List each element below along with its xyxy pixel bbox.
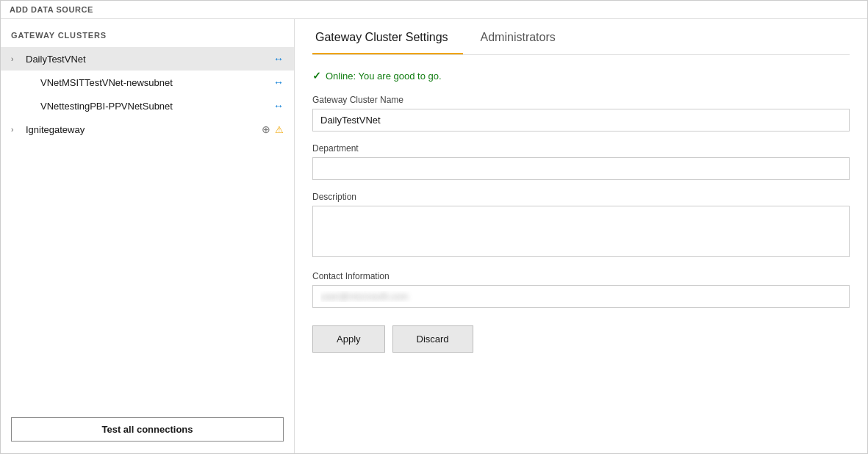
cluster-name-label: Ignitegateway [26, 124, 257, 135]
cluster-list: ›DailyTestVNet↔VNetMSITTestVNet-newsubne… [1, 47, 294, 404]
field-input-cluster-name[interactable] [312, 109, 850, 131]
form-group-department: Department [312, 143, 850, 180]
form-fields: Gateway Cluster NameDepartmentDescriptio… [312, 95, 850, 320]
tab-settings[interactable]: Gateway Cluster Settings [312, 19, 463, 54]
cluster-name-label: VNettestingPBI-PPVNetSubnet [40, 101, 269, 112]
gateway-clusters-label: GATEWAY CLUSTERS [1, 31, 294, 47]
form-group-description: Description [312, 192, 850, 259]
left-panel: GATEWAY CLUSTERS ›DailyTestVNet↔VNetMSIT… [1, 19, 295, 453]
warning-icon: ⚠ [275, 124, 284, 135]
tabs: Gateway Cluster SettingsAdministrators [312, 19, 850, 55]
field-label-contact-info: Contact Information [312, 271, 850, 281]
top-bar-label: ADD DATA SOURCE [10, 5, 93, 14]
checkmark-icon: ✓ [312, 70, 321, 82]
arrows-icon: ↔ [273, 100, 284, 112]
field-input-department[interactable] [312, 157, 850, 180]
test-all-connections-button[interactable]: Test all connections [11, 417, 284, 442]
main-layout: GATEWAY CLUSTERS ›DailyTestVNet↔VNetMSIT… [1, 19, 867, 453]
form-group-contact-info: Contact Information [312, 271, 850, 308]
field-input-description[interactable] [312, 206, 850, 257]
right-panel: Gateway Cluster SettingsAdministrators ✓… [295, 19, 867, 453]
field-label-department: Department [312, 143, 850, 154]
field-input-contact-info[interactable] [312, 285, 850, 308]
field-label-cluster-name: Gateway Cluster Name [312, 95, 850, 105]
chevron-icon: › [11, 126, 21, 134]
cluster-item-vnet-msit[interactable]: VNetMSITTestVNet-newsubnet↔ [1, 71, 294, 94]
apply-button[interactable]: Apply [312, 325, 385, 353]
discard-button[interactable]: Discard [392, 325, 473, 353]
field-label-description: Description [312, 192, 850, 202]
cluster-item-ignite-gateway[interactable]: ›Ignitegateway⊕⚠ [1, 118, 294, 141]
cluster-item-vnet-testing[interactable]: VNettestingPBI-PPVNetSubnet↔ [1, 94, 294, 118]
form-group-cluster-name: Gateway Cluster Name [312, 95, 850, 131]
top-bar: ADD DATA SOURCE [1, 1, 867, 19]
status-online: ✓ Online: You are good to go. [312, 70, 850, 82]
arrows-icon: ↔ [273, 76, 284, 88]
cluster-name-label: DailyTestVNet [26, 54, 269, 65]
tab-admins[interactable]: Administrators [478, 19, 570, 54]
chevron-icon: › [11, 55, 21, 63]
arrows-icon: ↔ [273, 53, 284, 65]
status-text: Online: You are good to go. [326, 71, 442, 82]
cloud-icon: ⊕ [262, 123, 270, 135]
form-actions: Apply Discard [312, 325, 850, 353]
cluster-item-daily-test-vnet[interactable]: ›DailyTestVNet↔ [1, 47, 294, 71]
cluster-name-label: VNetMSITTestVNet-newsubnet [40, 77, 269, 88]
